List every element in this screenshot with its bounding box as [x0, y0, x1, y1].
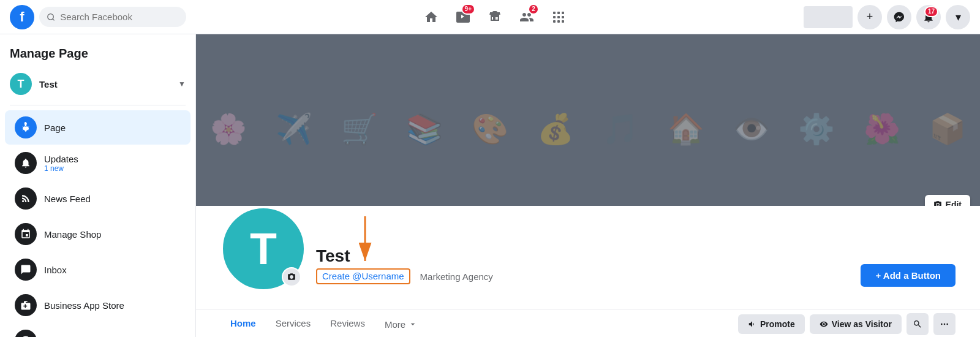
news-feed-icon: [15, 187, 37, 210]
search-input[interactable]: [60, 12, 179, 22]
page-category: Marketing Agency: [420, 271, 493, 282]
nav-right: + 17 ▾: [804, 5, 970, 29]
menu-icon: [551, 10, 566, 25]
username-link[interactable]: Create @Username: [322, 271, 404, 281]
people-nav-button[interactable]: 2: [512, 2, 541, 32]
notifications-nav-button[interactable]: 17: [916, 5, 941, 29]
sidebar-business-app-store-label: Business App Store: [44, 300, 181, 311]
sidebar-page-label: Page: [44, 123, 181, 133]
search-box[interactable]: [39, 7, 186, 27]
eye-icon: [820, 320, 828, 328]
profile-name: Test: [316, 246, 851, 266]
inbox-icon: [15, 259, 37, 281]
add-nav-button[interactable]: +: [858, 5, 882, 29]
tab-reviews[interactable]: Reviews: [320, 309, 375, 337]
svg-rect-6: [553, 16, 556, 18]
cover-area: 🌸✈️🛒📚 🎨💰🎵🏠 👁️⚙️🌺📦 Edit T: [196, 34, 980, 337]
search-tab-button[interactable]: [907, 313, 929, 335]
sidebar-item-news-feed[interactable]: News Feed: [5, 181, 190, 216]
tab-home[interactable]: Home: [221, 309, 266, 337]
add-a-button-btn[interactable]: + Add a Button: [861, 264, 956, 287]
svg-rect-4: [557, 12, 560, 14]
sidebar-updates-label: Updates 1 new: [44, 154, 181, 173]
promote-icon: [748, 320, 756, 328]
profile-section: T Test Create @Username: [196, 206, 980, 309]
svg-line-1: [53, 18, 55, 20]
page-avatar: T: [10, 73, 32, 95]
more-dots-icon: [940, 319, 949, 329]
svg-point-14: [941, 324, 943, 325]
profile-info: Test Create @Username: [316, 246, 851, 292]
svg-point-16: [946, 324, 948, 325]
manage-shop-icon: [15, 223, 37, 245]
svg-rect-3: [553, 12, 556, 14]
username-box[interactable]: Create @Username: [316, 268, 410, 284]
messenger-nav-button[interactable]: [887, 5, 911, 29]
user-avatar-thumbnail[interactable]: [804, 6, 853, 28]
profile-avatar-wrap: T: [221, 206, 306, 292]
svg-rect-7: [557, 16, 560, 18]
sidebar-divider: [10, 105, 186, 105]
tab-more[interactable]: More: [375, 311, 428, 338]
home-nav-button[interactable]: [417, 2, 446, 32]
top-nav: f 9+: [0, 0, 980, 34]
sidebar-item-manage-shop[interactable]: Manage Shop: [5, 217, 190, 251]
video-badge: 9+: [461, 4, 475, 15]
svg-rect-10: [557, 20, 560, 23]
notifications-badge: 17: [924, 6, 938, 17]
video-nav-button[interactable]: 9+: [448, 2, 478, 32]
sidebar-item-page[interactable]: Page: [5, 110, 190, 145]
updates-icon: [15, 152, 37, 174]
sidebar-item-resources-tools[interactable]: Resources & Tools: [5, 324, 190, 337]
svg-point-0: [48, 13, 54, 20]
sidebar-inbox-label: Inbox: [44, 265, 181, 275]
page-identity-row[interactable]: T Test ▼: [0, 68, 195, 100]
svg-rect-11: [562, 20, 564, 23]
svg-rect-9: [553, 20, 556, 23]
svg-point-15: [944, 324, 946, 325]
svg-rect-5: [562, 12, 564, 14]
main-content: 🌸✈️🛒📚 🎨💰🎵🏠 👁️⚙️🌺📦 Edit T: [196, 0, 980, 337]
svg-rect-2: [489, 13, 500, 15]
change-avatar-button[interactable]: [282, 267, 301, 287]
home-icon: [424, 10, 439, 25]
business-app-store-icon: [15, 294, 37, 316]
svg-rect-8: [562, 16, 564, 18]
store-icon: [488, 10, 502, 25]
sidebar-item-inbox[interactable]: Inbox: [5, 252, 190, 287]
nav-center: 9+ 2: [191, 2, 799, 32]
cover-decoration: 🌸✈️🛒📚 🎨💰🎵🏠 👁️⚙️🌺📦: [196, 34, 980, 224]
messenger-icon: [893, 11, 905, 23]
page-icon: [15, 116, 37, 138]
resources-tools-icon: [15, 330, 37, 337]
more-options-tab-button[interactable]: [933, 313, 956, 335]
sidebar: Manage Page T Test ▼ Page Updates 1 new …: [0, 34, 196, 337]
sidebar-news-feed-label: News Feed: [44, 194, 181, 204]
sidebar-item-business-app-store[interactable]: Business App Store: [5, 288, 190, 322]
search-tab-icon: [913, 319, 922, 329]
search-icon: [47, 12, 55, 22]
facebook-logo[interactable]: f: [10, 5, 34, 29]
page-name-label: Test: [39, 79, 171, 89]
tab-more-chevron-icon: [408, 319, 418, 329]
view-as-visitor-button[interactable]: View as Visitor: [810, 314, 902, 334]
cover-photo: 🌸✈️🛒📚 🎨💰🎵🏠 👁️⚙️🌺📦 Edit: [196, 34, 980, 224]
profile-actions: + Add a Button: [861, 264, 956, 292]
profile-row: T Test Create @Username: [221, 206, 956, 299]
page-tabs: Home Services Reviews More Promote View …: [196, 309, 980, 337]
store-nav-button[interactable]: [480, 2, 510, 32]
page-dropdown-arrow: ▼: [178, 80, 186, 88]
camera-avatar-icon: [287, 273, 296, 281]
people-badge: 2: [528, 4, 539, 15]
promote-button[interactable]: Promote: [738, 314, 805, 334]
menu-nav-button[interactable]: [544, 2, 573, 32]
tab-services[interactable]: Services: [266, 309, 321, 337]
sidebar-item-updates[interactable]: Updates 1 new: [5, 146, 190, 180]
sidebar-title: Manage Page: [0, 42, 195, 68]
sidebar-manage-shop-label: Manage Shop: [44, 229, 181, 240]
account-dropdown-button[interactable]: ▾: [946, 5, 970, 29]
